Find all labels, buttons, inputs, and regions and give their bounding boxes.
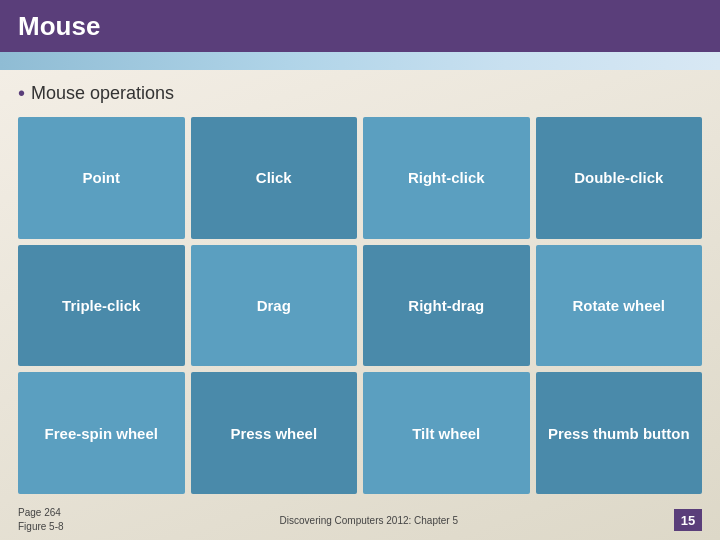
page: Mouse • Mouse operations PointClickRight…: [0, 0, 720, 540]
grid-cell-press-thumb-button: Press thumb button: [536, 372, 703, 494]
grid-cell-free-spin-wheel: Free-spin wheel: [18, 372, 185, 494]
footer-center-text: Discovering Computers 2012: Chapter 5: [280, 515, 458, 526]
bullet-icon: •: [18, 82, 25, 105]
grid-cell-triple-click: Triple-click: [18, 245, 185, 367]
grid-cell-drag: Drag: [191, 245, 358, 367]
grid-cell-right-drag: Right-drag: [363, 245, 530, 367]
grid-cell-rotate-wheel: Rotate wheel: [536, 245, 703, 367]
grid-cell-tilt-wheel: Tilt wheel: [363, 372, 530, 494]
grid-cell-double-click: Double-click: [536, 117, 703, 239]
operations-grid: PointClickRight-clickDouble-clickTriple-…: [18, 117, 702, 502]
header-bar: Mouse: [0, 0, 720, 52]
wave-bar: [0, 52, 720, 70]
page-title: Mouse: [18, 11, 100, 42]
grid-cell-press-wheel: Press wheel: [191, 372, 358, 494]
footer-page-info: Page 264 Figure 5-8: [18, 506, 64, 534]
footer-page-line1: Page 264: [18, 506, 64, 520]
grid-cell-point: Point: [18, 117, 185, 239]
footer-page-number: 15: [674, 509, 702, 531]
section-title: • Mouse operations: [18, 82, 702, 105]
footer: Page 264 Figure 5-8 Discovering Computer…: [0, 502, 720, 540]
footer-page-line2: Figure 5-8: [18, 520, 64, 534]
section-label: Mouse operations: [31, 83, 174, 104]
grid-cell-right-click: Right-click: [363, 117, 530, 239]
grid-cell-click: Click: [191, 117, 358, 239]
content-area: • Mouse operations PointClickRight-click…: [0, 70, 720, 502]
